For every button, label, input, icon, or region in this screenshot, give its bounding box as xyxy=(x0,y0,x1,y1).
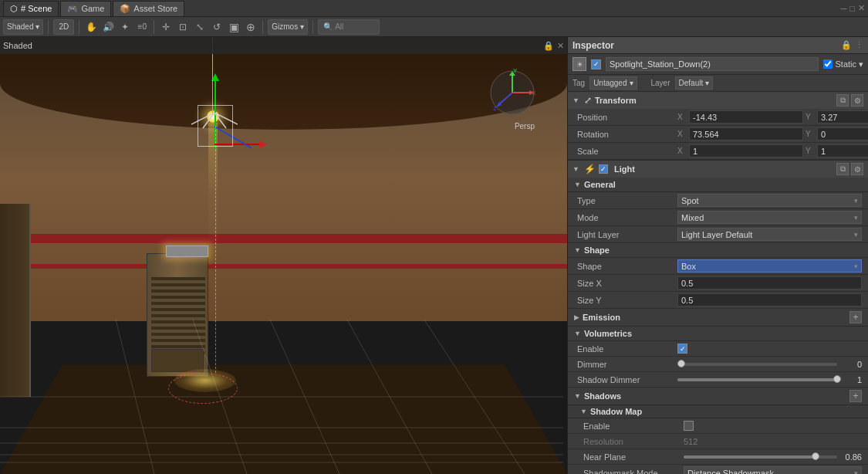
main-layout: Shaded 🔒 ✕ Y X Z xyxy=(0,37,868,474)
rot-y-label: Y xyxy=(806,130,815,138)
transform-component-header[interactable]: ▼ ⤢ Transform ⧉ ⚙ xyxy=(568,92,868,109)
shadow-dimmer-slider[interactable]: 1 xyxy=(677,375,862,384)
shading-dropdown[interactable]: Shaded ▾ xyxy=(3,19,43,35)
shape-value: Box ▾ xyxy=(677,259,862,273)
inspector-menu-icon[interactable]: ⋮ xyxy=(855,40,863,50)
object-static-toggle[interactable]: Static ▾ xyxy=(823,59,863,69)
size-y-input[interactable] xyxy=(677,293,862,306)
vol-enable-checkbox[interactable]: ✓ xyxy=(677,344,687,354)
gizmos-dropdown[interactable]: Gizmos ▾ xyxy=(268,19,308,35)
transform-tool-icon[interactable]: ⊕ xyxy=(244,20,258,34)
rotate-tool-icon[interactable]: ↺ xyxy=(210,20,224,34)
type-dropdown[interactable]: Spot ▾ xyxy=(677,194,862,207)
emission-add-button[interactable]: + xyxy=(849,311,862,323)
size-y-value xyxy=(677,293,862,306)
pos-x-input[interactable] xyxy=(689,110,803,124)
selection-rect xyxy=(198,105,233,147)
light-enable-checkbox[interactable]: ✓ xyxy=(599,164,608,174)
rot-x-label: X xyxy=(677,130,687,138)
scene-gizmo[interactable]: Y X Z xyxy=(488,68,538,118)
tag-value: Untagged xyxy=(593,79,627,87)
object-enable-checkbox[interactable]: ✓ xyxy=(591,59,601,69)
inspector-header: Inspector 🔒 ⋮ xyxy=(568,37,868,54)
near-plane-row: Near Plane 0.86 xyxy=(568,449,868,465)
shadow-map-arrow-icon: ▼ xyxy=(580,408,587,415)
object-name-input[interactable] xyxy=(606,57,819,71)
light-settings-icon[interactable]: ⚙ xyxy=(851,163,863,175)
hand-tool-icon[interactable]: ✋ xyxy=(84,20,98,34)
fx-icon[interactable]: ✦ xyxy=(118,20,132,34)
rect-select-icon[interactable]: ▣ xyxy=(227,20,241,34)
size-x-input[interactable] xyxy=(677,276,862,289)
viewport-lock-icon[interactable]: 🔒 xyxy=(543,41,554,51)
position-row: Position X Y Z xyxy=(568,109,868,126)
shadows-section-header[interactable]: ▼ Shadows + xyxy=(568,388,868,405)
rot-y-input[interactable] xyxy=(817,127,868,141)
dimmer-slider[interactable]: 0 xyxy=(677,360,862,369)
static-checkbox[interactable] xyxy=(823,59,833,69)
close-icon[interactable]: ✕ xyxy=(858,3,865,13)
move-tool-icon[interactable]: ✛ xyxy=(159,20,173,34)
shape-section-header[interactable]: ▼ Shape xyxy=(568,243,868,258)
pos-y-input[interactable] xyxy=(817,110,868,124)
shadow-dimmer-thumb[interactable] xyxy=(833,375,841,383)
scale-x-input[interactable] xyxy=(689,144,803,157)
toolbar-separator-1 xyxy=(48,20,49,34)
wall-stripe-2 xyxy=(0,264,567,269)
viewport[interactable]: Shaded 🔒 ✕ Y X Z xyxy=(0,37,567,474)
general-section-header[interactable]: ▼ General xyxy=(568,178,868,192)
shadow-enable-label: Enable xyxy=(583,422,684,431)
light-title: Light xyxy=(614,164,833,174)
mode-value: Mixed ▾ xyxy=(677,211,862,224)
dimmer-thumb[interactable] xyxy=(677,360,685,367)
tab-scene[interactable]: ⬡ # Scene xyxy=(3,1,59,16)
shape-label: Shape xyxy=(577,262,677,271)
maximize-icon[interactable]: □ xyxy=(849,4,855,13)
shadows-add-button[interactable]: + xyxy=(849,390,862,402)
transform-settings-icon[interactable]: ⚙ xyxy=(851,94,863,107)
minimize-icon[interactable]: ─ xyxy=(841,4,847,13)
object-icon: ☀ xyxy=(572,57,586,71)
static-dropdown-icon[interactable]: ▾ xyxy=(859,59,863,69)
tab-scene-label: # Scene xyxy=(21,4,52,13)
scale-label: Scale xyxy=(577,147,677,156)
viewport-close-icon[interactable]: ✕ xyxy=(557,41,564,51)
toolbar-separator-4 xyxy=(262,20,263,34)
toolbar-separator-5 xyxy=(312,20,313,34)
2d-toggle[interactable]: 2D xyxy=(53,19,74,35)
light-component-header[interactable]: ▼ ⚡ ✓ Light ⧉ ⚙ xyxy=(568,161,868,178)
layers-icon[interactable]: ≡ 0 xyxy=(135,20,149,34)
light-vertical-line xyxy=(215,126,216,373)
rect-tool-icon[interactable]: ⊡ xyxy=(176,20,190,34)
emission-section-header[interactable]: ▶ Emission + xyxy=(568,309,868,327)
tab-game[interactable]: 🎮 Game xyxy=(60,1,111,16)
shadows-title: Shadows xyxy=(584,391,621,401)
tag-dropdown[interactable]: Untagged ▾ xyxy=(589,76,637,90)
svg-text:X: X xyxy=(532,90,536,96)
rot-x-input[interactable] xyxy=(689,127,803,141)
audio-icon[interactable]: 🔊 xyxy=(101,20,115,34)
light-layer-dropdown[interactable]: Light Layer Default ▾ xyxy=(677,228,862,241)
scale-tool-icon[interactable]: ⤡ xyxy=(193,20,207,34)
search-box[interactable]: 🔍 All xyxy=(318,19,380,35)
shape-dropdown[interactable]: Box ▾ xyxy=(677,259,862,273)
mode-dropdown[interactable]: Mixed ▾ xyxy=(677,211,862,224)
size-x-label: Size X xyxy=(577,279,677,288)
light-copy-icon[interactable]: ⧉ xyxy=(836,163,849,175)
near-plane-slider[interactable]: 0.86 xyxy=(684,452,862,462)
inspector-lock-icon[interactable]: 🔒 xyxy=(841,40,852,50)
volumetrics-title: Volumetrics xyxy=(584,329,632,338)
shadow-enable-checkbox[interactable] xyxy=(684,421,694,431)
shadowmask-mode-dropdown[interactable]: Distance Shadowmask ▾ xyxy=(684,466,862,474)
tab-asset-store[interactable]: 📦 Asset Store xyxy=(113,1,184,16)
transform-copy-icon[interactable]: ⧉ xyxy=(836,94,849,107)
shadow-enable-row: Enable xyxy=(568,418,868,434)
scale-y-input[interactable] xyxy=(817,144,868,157)
shadow-map-header[interactable]: ▼ Shadow Map xyxy=(568,405,868,418)
volumetrics-section-header[interactable]: ▼ Volumetrics xyxy=(568,327,868,341)
layer-arrow-icon: ▾ xyxy=(705,79,709,87)
near-plane-thumb[interactable] xyxy=(812,452,819,460)
shadow-dimmer-track xyxy=(677,378,837,381)
layer-dropdown[interactable]: Default ▾ xyxy=(675,76,714,90)
toolbar: Shaded ▾ 2D ✋ 🔊 ✦ ≡ 0 ✛ ⊡ ⤡ ↺ ▣ ⊕ Gizmos… xyxy=(0,17,868,37)
